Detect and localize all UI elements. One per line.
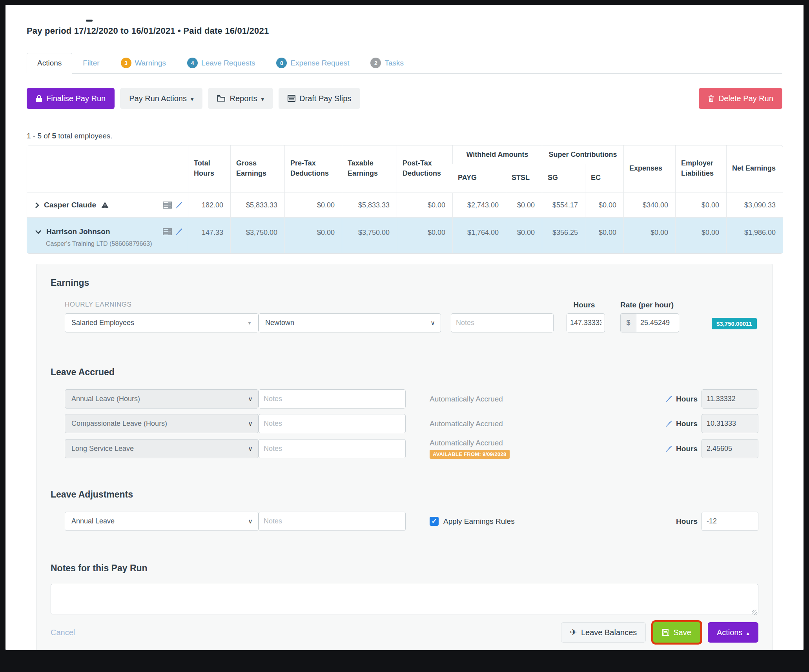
pay-details-icon[interactable] (163, 202, 172, 209)
earnings-hours-input[interactable] (567, 313, 605, 332)
location-select[interactable]: Newtown ∨ (259, 313, 441, 332)
reports-label: Reports (230, 94, 257, 103)
hours-label: Hours (676, 517, 698, 526)
summary-prefix: 1 - 5 of (27, 132, 50, 140)
adjustment-leave-type-value: Annual Leave (71, 517, 115, 525)
cell-gross: $3,750.00 (230, 217, 284, 253)
tab-leave-requests[interactable]: 4 Leave Requests (177, 53, 266, 73)
trash-icon (708, 95, 714, 102)
leave-accrued-row: Compassionate Leave (Hours) ∨ Automatica… (51, 414, 758, 433)
pay-category-value: Salaried Employees (71, 319, 134, 327)
tab-label: Filter (83, 59, 99, 67)
warning-icon (101, 202, 109, 209)
leave-notes-input[interactable] (259, 389, 406, 409)
pay-details-icon[interactable] (163, 228, 172, 235)
leave-accrued-section: Leave Accrued Annual Leave (Hours) ∨ Aut… (51, 367, 758, 459)
table-row-harrison-johnson[interactable]: Harrison Johnson Casper's Training LTD (… (27, 217, 783, 253)
col-gross-earnings: Gross Earnings (230, 145, 284, 193)
cell-posttax: $0.00 (397, 217, 452, 253)
adjustment-hours-input[interactable] (701, 512, 758, 531)
edit-pencil-icon[interactable] (175, 228, 182, 236)
tab-actions[interactable]: Actions (27, 53, 72, 74)
toolbar: Finalise Pay Run Pay Run Actions ▾ Repor… (27, 88, 782, 109)
pay-category-select[interactable]: Salaried Employees ▼ (65, 313, 259, 332)
pay-period-heading: Pay period 17/12/2020 to 16/01/2021 • Pa… (27, 26, 782, 36)
finalise-pay-run-button[interactable]: Finalise Pay Run (27, 88, 115, 109)
currency-prefix: $ (620, 313, 636, 332)
reports-button[interactable]: Reports ▾ (208, 88, 273, 109)
pay-run-notes-textarea[interactable] (51, 584, 758, 614)
leave-type-select[interactable]: Annual Leave (Hours) ∨ (65, 389, 259, 409)
truncated-title-fragment (86, 20, 93, 22)
chevron-down-icon: ∨ (248, 518, 253, 525)
cancel-link[interactable]: Cancel (51, 628, 75, 637)
cell-total-hours: 182.00 (188, 193, 230, 217)
resize-handle[interactable] (752, 610, 757, 615)
apply-earnings-rules-checkbox[interactable]: ✓ (430, 517, 439, 526)
earnings-rate-input[interactable] (636, 313, 679, 332)
summary-suffix: total employees. (58, 132, 112, 140)
edit-pencil-icon[interactable] (665, 420, 672, 427)
chevron-down-icon[interactable] (35, 230, 42, 234)
actions-button[interactable]: Actions ▴ (708, 622, 758, 643)
accrued-hours-input[interactable] (701, 439, 758, 458)
leave-notes-input[interactable] (259, 439, 406, 458)
table-row-casper-claude[interactable]: Casper Claude 182.00 $5,833.33 (27, 193, 783, 217)
adjustment-leave-type-select[interactable]: Annual Leave ∨ (65, 512, 259, 531)
tab-tasks[interactable]: 2 Tasks (360, 53, 414, 73)
pay-run-page: Pay period 17/12/2020 to 16/01/2021 • Pa… (5, 5, 804, 650)
cell-net-earnings: $1,986.00 (726, 217, 783, 253)
rate-column-label: Rate (per hour) (608, 301, 684, 309)
tab-warnings[interactable]: 3 Warnings (110, 53, 177, 73)
adjustment-notes-input[interactable] (259, 512, 406, 531)
col-employer-liabilities: Employer Liabilities (675, 145, 726, 193)
accrual-status: Automatically Accrued (430, 395, 624, 403)
hourly-earnings-label: HOURLY EARNINGS (51, 301, 259, 309)
hours-label: Hours (676, 445, 698, 453)
delete-pay-run-button[interactable]: Delete Pay Run (699, 88, 782, 109)
leave-notes-input[interactable] (259, 414, 406, 433)
employee-name[interactable]: Harrison Johnson (46, 227, 110, 236)
cell-taxable: $3,750.00 (342, 217, 397, 253)
save-button[interactable]: Save (653, 622, 700, 643)
earnings-notes-input[interactable] (451, 313, 554, 332)
screenshot-frame: Pay period 17/12/2020 to 16/01/2021 • Pa… (0, 0, 809, 672)
col-ec: EC (585, 164, 623, 193)
chevron-down-icon: ∨ (248, 445, 253, 452)
leave-accrued-row: Long Service Leave ∨ Automatically Accru… (51, 439, 758, 459)
group-withheld-amounts: Withheld Amounts (452, 145, 542, 164)
cell-pretax: $0.00 (284, 193, 342, 217)
cell-sg: $356.25 (542, 217, 585, 253)
draft-pay-slips-label: Draft Pay Slips (299, 94, 351, 103)
leave-type-value: Long Service Leave (71, 445, 134, 453)
accrued-hours-input[interactable] (701, 389, 758, 409)
employee-name[interactable]: Casper Claude (44, 201, 96, 209)
accrual-status: Automatically Accrued (430, 439, 624, 447)
leave-type-select[interactable]: Compassionate Leave (Hours) ∨ (65, 414, 259, 433)
col-expenses: Expenses (623, 145, 675, 193)
cell-stsl: $0.00 (506, 217, 542, 253)
pay-run-notes-section: Notes for this Pay Run (51, 563, 758, 616)
tab-expense-request[interactable]: 0 Expense Request (266, 53, 360, 73)
cell-posttax: $0.00 (397, 193, 452, 217)
hours-label: Hours (676, 420, 698, 428)
edit-pencil-icon[interactable] (175, 202, 182, 209)
col-pretax-deductions: Pre-Tax Deductions (284, 145, 342, 193)
edit-pencil-icon[interactable] (665, 396, 672, 403)
col-net-earnings: Net Earnings (726, 145, 783, 193)
leave-type-select[interactable]: Long Service Leave ∨ (65, 439, 259, 458)
cell-pretax: $0.00 (284, 217, 342, 253)
employee-table: Total Hours Gross Earnings Pre-Tax Deduc… (27, 145, 783, 254)
airplane-icon: ✈ (570, 627, 577, 637)
chevron-right-icon[interactable] (35, 202, 39, 209)
leave-balances-button[interactable]: ✈ Leave Balances (561, 622, 646, 643)
col-posttax-deductions: Post-Tax Deductions (397, 145, 452, 193)
pay-run-actions-button[interactable]: Pay Run Actions ▾ (120, 88, 202, 109)
employee-column-header (27, 145, 188, 193)
tab-filter[interactable]: Filter (72, 53, 110, 73)
cell-ec: $0.00 (585, 217, 623, 253)
document-icon (288, 95, 295, 102)
edit-pencil-icon[interactable] (665, 445, 672, 452)
accrued-hours-input[interactable] (701, 414, 758, 433)
draft-pay-slips-button[interactable]: Draft Pay Slips (279, 88, 360, 109)
